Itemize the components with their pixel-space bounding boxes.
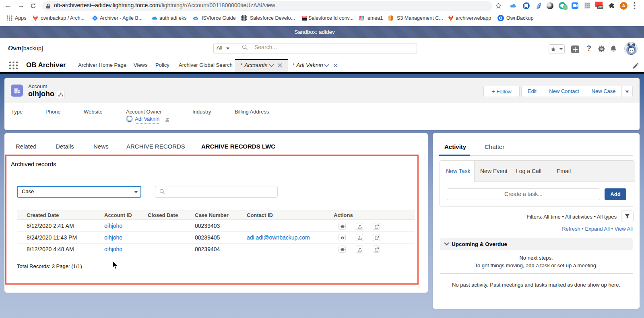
svg-text:s: s <box>601 47 602 50</box>
